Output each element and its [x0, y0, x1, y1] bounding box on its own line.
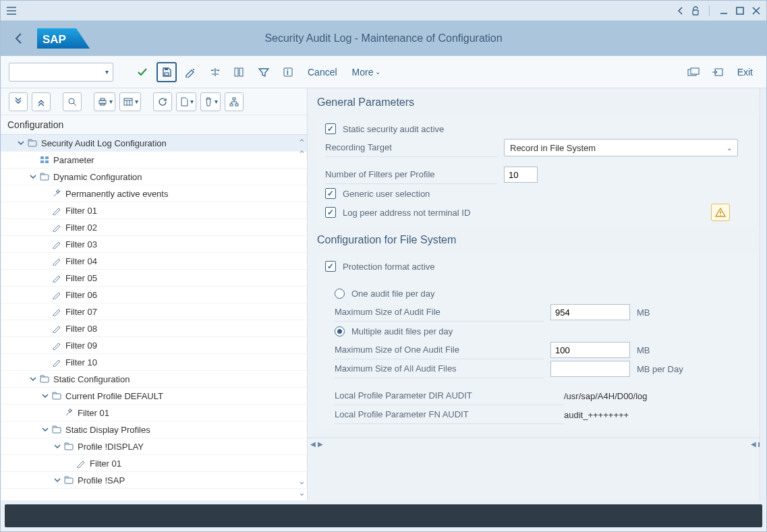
log-peer-checkbox[interactable]	[325, 207, 336, 218]
protection-checkbox[interactable]	[325, 261, 336, 272]
tree-node[interactable]: Profile !DISPLAY	[1, 438, 307, 455]
collapse-icon[interactable]	[40, 392, 51, 399]
accept-icon[interactable]	[132, 62, 152, 82]
recording-target-select[interactable]: Record in File System ⌄	[504, 139, 738, 156]
protection-label: Protection format active	[343, 262, 435, 272]
collapse-icon[interactable]	[28, 173, 38, 180]
scroll-down-icon[interactable]: ⌄⌄	[297, 476, 306, 498]
tree-label: Filter 01	[65, 206, 97, 216]
svg-rect-6	[239, 68, 243, 76]
tree-node[interactable]: Current Profile DEFAULT	[1, 388, 307, 405]
fn-audit-value: audit_++++++++	[564, 410, 629, 420]
num-filters-input[interactable]	[504, 167, 538, 183]
static-active-checkbox[interactable]	[325, 123, 336, 134]
tree-node[interactable]: Filter 05	[1, 270, 307, 287]
tree-node[interactable]: Filter 01	[1, 405, 307, 421]
svg-rect-16	[124, 98, 132, 105]
tree-node[interactable]: Filter 04	[1, 253, 307, 270]
svg-rect-25	[40, 175, 49, 180]
tree-label: Permanently active events	[65, 189, 168, 199]
wand-icon	[63, 408, 75, 417]
tree-node[interactable]: Filter 02	[1, 219, 307, 236]
collapse-icon[interactable]	[40, 426, 51, 433]
dir-audit-label: Local Profile Parameter DIR AUDIT	[335, 386, 564, 405]
one-file-radio[interactable]	[335, 289, 345, 299]
num-filters-label: Number of Filters per Profile	[325, 165, 497, 184]
collapse-icon[interactable]	[52, 443, 63, 450]
close-icon[interactable]	[751, 6, 761, 16]
columns-icon[interactable]	[229, 62, 250, 82]
pencil-icon	[51, 324, 63, 333]
collapse-icon[interactable]	[28, 376, 38, 382]
tree-node[interactable]: Parameter	[1, 152, 307, 169]
svg-rect-30	[65, 478, 73, 483]
command-field[interactable]: ▾	[9, 63, 113, 82]
delete-button[interactable]: ▾	[200, 92, 221, 111]
find-button[interactable]	[63, 92, 82, 111]
pencil-icon	[51, 341, 63, 350]
tree-node[interactable]: Security Audit Log Configuration	[1, 135, 307, 152]
pencil-icon	[51, 223, 63, 232]
filter-icon[interactable]	[254, 62, 274, 82]
horizontal-scrollbar[interactable]: ◀ ▶◀ ▶	[308, 438, 766, 450]
tree-node[interactable]: Filter 01	[1, 455, 307, 472]
exit-button[interactable]: Exit	[732, 67, 758, 78]
vertical-scrollbar[interactable]	[760, 88, 766, 500]
tree-node[interactable]: Filter 03	[1, 236, 307, 253]
folder-icon	[51, 425, 63, 434]
warning-icon[interactable]	[711, 204, 730, 221]
tree-node[interactable]: Filter 07	[1, 303, 307, 320]
exit-window-icon[interactable]	[708, 62, 728, 82]
print-button[interactable]: ▾	[94, 92, 115, 111]
cancel-button[interactable]: Cancel	[302, 67, 343, 78]
tree-label: Profile !DISPLAY	[78, 442, 144, 452]
tree-node[interactable]: Dynamic Configuration	[1, 169, 307, 185]
log-peer-label: Log peer address not terminal ID	[343, 208, 470, 218]
back-button[interactable]	[7, 27, 30, 50]
hamburger-icon[interactable]	[6, 6, 17, 16]
svg-rect-29	[65, 444, 73, 450]
configuration-tree[interactable]: ⌃⌃ ⌄⌄ Security Audit Log ConfigurationPa…	[1, 135, 307, 500]
document-button[interactable]: ▾	[176, 92, 196, 111]
layout-button[interactable]: ▾	[119, 92, 141, 111]
chevron-left-icon[interactable]	[677, 7, 684, 15]
max-one-input[interactable]	[550, 342, 630, 358]
collapse-icon[interactable]	[52, 477, 63, 483]
info-icon[interactable]: i	[278, 62, 298, 82]
dir-audit-value: /usr/sap/A4H/D00/log	[564, 391, 648, 401]
main-toolbar: ▾ i Cancel More⌄ Exit	[1, 56, 766, 88]
max-size-input[interactable]	[550, 304, 630, 320]
edit-icon[interactable]	[181, 62, 201, 82]
refresh-button[interactable]	[153, 92, 172, 111]
titlebar: │	[1, 1, 766, 21]
tree-node[interactable]: Static Display Profiles	[1, 421, 307, 438]
pencil-icon	[51, 256, 63, 266]
max-one-label: Maximum Size of One Audit File	[335, 341, 544, 359]
tree-node[interactable]: Filter 10	[1, 354, 307, 371]
more-menu[interactable]: More⌄	[347, 67, 386, 78]
pencil-icon	[51, 273, 63, 283]
hierarchy-button[interactable]	[225, 92, 244, 111]
tree-node[interactable]: Filter 09	[1, 337, 307, 354]
new-window-icon[interactable]	[683, 62, 704, 82]
wand-icon	[51, 189, 63, 198]
generic-user-checkbox[interactable]	[325, 188, 336, 199]
minimize-icon[interactable]	[719, 6, 729, 16]
tree-node[interactable]: Permanently active events	[1, 185, 307, 202]
tree-node[interactable]: Profile !SAP	[1, 472, 307, 489]
tree-node[interactable]: Static Configuration	[1, 371, 307, 388]
tree-node[interactable]: Filter 01	[1, 202, 307, 219]
collapse-all-button[interactable]	[32, 92, 51, 111]
max-all-input[interactable]	[550, 361, 630, 377]
multi-file-radio[interactable]	[335, 326, 345, 336]
save-icon[interactable]	[157, 62, 177, 82]
expand-all-button[interactable]	[9, 92, 28, 111]
tree-node[interactable]: Filter 06	[1, 287, 307, 303]
collapse-icon[interactable]	[16, 140, 26, 146]
compare-icon[interactable]	[205, 62, 225, 82]
unlock-icon[interactable]	[691, 6, 700, 16]
svg-rect-23	[40, 160, 44, 163]
scroll-up-icon[interactable]: ⌃⌃	[297, 138, 306, 159]
maximize-icon[interactable]	[735, 6, 745, 16]
tree-node[interactable]: Filter 08	[1, 320, 307, 337]
